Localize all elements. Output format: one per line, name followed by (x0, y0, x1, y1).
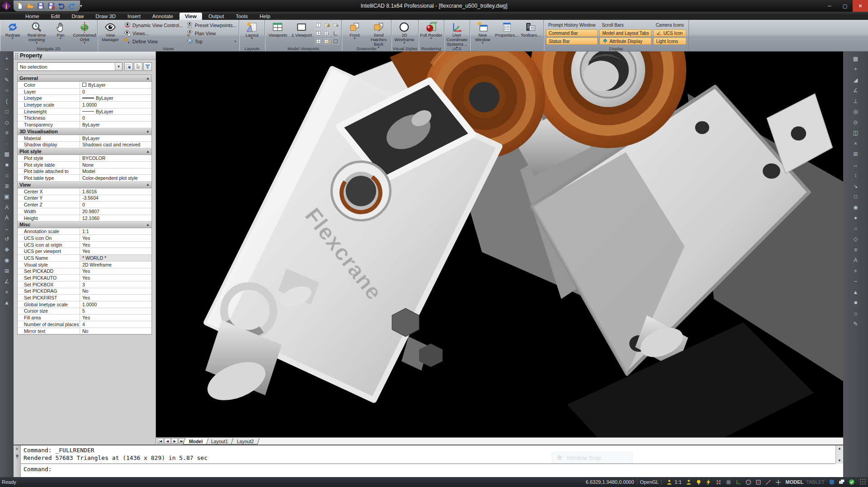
chevron-down-icon[interactable]: ▼ (115, 63, 122, 70)
collapse-icon[interactable]: ▲ (146, 223, 150, 227)
constrained-orbit-button[interactable]: Constrained Orbit▼ (73, 20, 96, 46)
rectangle-tool-icon[interactable]: □ (2, 108, 11, 116)
property-value[interactable]: 20.9807 (80, 208, 151, 215)
property-value[interactable]: BYCOLOR (80, 155, 151, 161)
mirror-tool-icon[interactable]: ↔ (2, 224, 11, 233)
pan-button[interactable]: Pan▼ (49, 20, 72, 46)
property-value[interactable]: 3 (80, 281, 151, 288)
vp-on-button[interactable] (323, 37, 331, 45)
nearest-snap-icon[interactable]: ● (851, 214, 860, 222)
property-value[interactable]: No (80, 288, 151, 295)
property-value[interactable]: No (80, 328, 151, 334)
front-button[interactable]: Front▼ (343, 20, 366, 46)
tab-view[interactable]: View (179, 13, 202, 20)
corner-snap-icon[interactable]: ◢ (851, 75, 860, 84)
close-icon[interactable]: ✕ (15, 447, 19, 451)
intersection-snap-icon[interactable]: ⊞ (851, 150, 860, 159)
text-tool-icon[interactable]: A (2, 203, 11, 211)
tab-tools[interactable]: Tools (230, 13, 253, 20)
section-header[interactable]: View▲ (18, 182, 151, 188)
save-icon[interactable] (36, 1, 45, 10)
wave-icon[interactable]: ~ (851, 277, 860, 286)
resize-grip[interactable] (860, 479, 866, 485)
dropdown-arrow-icon[interactable]: ▼ (59, 37, 62, 40)
command-prompt[interactable]: Command: (21, 464, 835, 474)
dropdown-arrow-icon[interactable]: ▼ (83, 42, 86, 44)
view-manager-button[interactable]: View Manager (99, 20, 122, 46)
redo-icon[interactable] (67, 1, 76, 10)
vp-split3-button[interactable] (315, 30, 322, 37)
horizontal-snap-icon[interactable]: ↔ (851, 160, 860, 169)
tab-draw[interactable]: Draw (66, 13, 90, 20)
add-icon[interactable]: + (851, 267, 860, 275)
tab-output[interactable]: Output (203, 13, 230, 20)
property-value[interactable]: Yes (80, 275, 151, 281)
property-value[interactable]: Color-dependent plot style (80, 175, 151, 181)
block-tool-icon[interactable]: ▣ (2, 192, 11, 201)
grid-toggle[interactable] (724, 478, 733, 486)
vp-corner-button[interactable] (332, 30, 340, 37)
home-tool-icon[interactable]: ⌂ (2, 171, 11, 180)
collapse-icon[interactable]: ▲ (146, 150, 150, 154)
status-bar-toggle[interactable]: Status Bar (546, 37, 598, 45)
light-icons-toggle[interactable]: Light Icons (653, 37, 686, 45)
measure-tool-icon[interactable]: ∠ (2, 277, 11, 286)
tab-help[interactable]: Help (254, 13, 276, 20)
property-value[interactable]: 4 (80, 321, 151, 328)
tab-annotate[interactable]: Annotate (147, 13, 179, 20)
redraw-button[interactable]: Redraw▼ (1, 20, 24, 46)
circle-tool-icon[interactable]: ○ (2, 86, 11, 95)
updates-check-button[interactable] (847, 478, 856, 486)
collapse-icon[interactable]: ▲ (146, 129, 150, 133)
etrack-toggle[interactable] (764, 478, 773, 486)
annotate-icon[interactable]: A (851, 256, 860, 265)
property-value[interactable]: 1:1 (80, 228, 151, 234)
perp-snap-icon[interactable]: ⊥ (851, 97, 860, 105)
property-value[interactable]: None (80, 162, 151, 168)
preset-viewpoints-item[interactable]: Preset Viewpoints... (186, 21, 237, 29)
bulb-toggle[interactable] (694, 478, 703, 486)
dropdown-arrow-icon[interactable]: ▼ (403, 42, 406, 44)
settings-gear-button[interactable] (827, 478, 836, 486)
lightning-toggle[interactable] (704, 478, 713, 486)
property-value[interactable]: ByLayer (80, 108, 151, 115)
move-tool-icon[interactable]: ✥ (2, 245, 11, 254)
property-panel-header[interactable]: Property (14, 52, 156, 60)
property-value[interactable]: -3.5604 (80, 195, 151, 201)
command-bar-toggle[interactable]: Command Bar (546, 29, 598, 37)
property-value[interactable]: Yes (80, 314, 151, 321)
home-icon[interactable]: ⌂ (851, 309, 860, 318)
dropdown-arrow-icon[interactable]: ▼ (11, 37, 14, 40)
renderer-label[interactable]: OpenGL (640, 479, 659, 485)
vp-split2-button[interactable] (315, 22, 322, 29)
property-value[interactable]: * WORLD * (80, 255, 151, 261)
full-render-button[interactable]: Full Render▼ (420, 20, 443, 46)
prev-tab-button[interactable]: ◀ (164, 438, 171, 444)
fill-icon[interactable]: ■ (851, 299, 860, 307)
snap-toggle[interactable] (714, 478, 723, 486)
dropdown-arrow-icon[interactable]: ▼ (430, 37, 433, 40)
undo-icon[interactable] (57, 1, 66, 10)
property-value[interactable]: ByLayer (80, 82, 151, 88)
property-value[interactable]: 2D Wireframe (80, 262, 151, 268)
save-as-icon[interactable] (47, 1, 56, 10)
top-item[interactable]: Top▼ (186, 37, 237, 45)
table-tool-icon[interactable]: ⊞ (2, 267, 11, 275)
esnap-toggle[interactable] (754, 478, 763, 486)
tangent-snap-icon[interactable]: ◉ (851, 203, 860, 211)
vp-split4-button[interactable] (315, 37, 322, 45)
freehand-tool-icon[interactable]: ~ (2, 65, 11, 74)
scroll-down-icon[interactable]: ▼ (838, 459, 841, 463)
attribute-display-toggle[interactable]: Attribute Display (599, 37, 651, 45)
close-button[interactable]: ✕ (853, 0, 868, 12)
cancel-snap-icon[interactable]: × (851, 139, 860, 148)
pin-icon[interactable] (15, 454, 19, 459)
collapse-icon[interactable]: ▲ (146, 76, 150, 80)
line-tool-icon[interactable]: ≡ (2, 129, 11, 137)
tab-model[interactable]: Model (183, 438, 209, 445)
erase-tool-icon[interactable]: × (2, 288, 11, 296)
property-value[interactable]: 0 (80, 115, 151, 121)
1-viewport-button[interactable]: 1 Viewport (290, 20, 313, 46)
property-value[interactable]: Yes (80, 268, 151, 275)
maximize-button[interactable]: ▢ (837, 0, 853, 12)
